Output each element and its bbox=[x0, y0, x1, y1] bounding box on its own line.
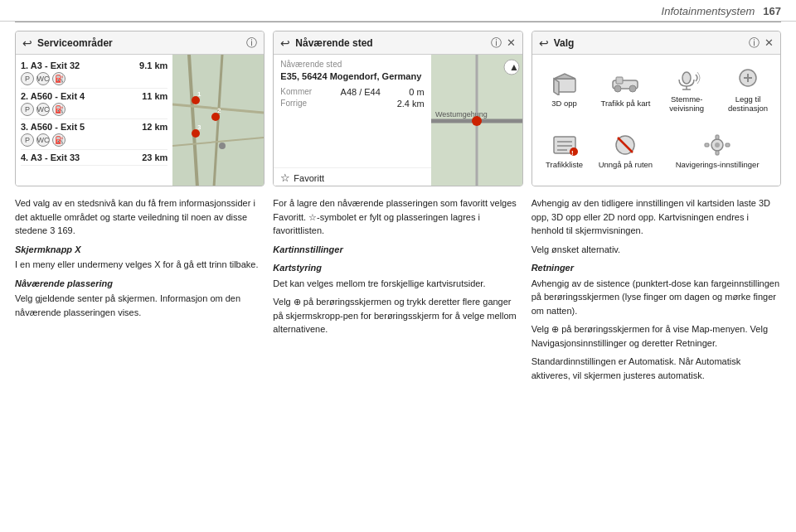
col1-section-title-1: Skjermknapp XI en meny eller undermeny v… bbox=[15, 243, 265, 272]
col1-para1: Ved valg av en stedsnivå kan du få frem … bbox=[15, 196, 265, 238]
valg-label-unnga: Unngå på ruten bbox=[599, 160, 653, 169]
svg-text:2: 2 bbox=[217, 107, 221, 114]
col2-para2: Velg ⊕ på berøringsskjermen og trykk der… bbox=[273, 295, 522, 336]
text-row: Ved valg av en stedsnivå kan du få frem … bbox=[15, 196, 781, 387]
valg-label-trafikkliste: Trafikkliste bbox=[546, 160, 583, 169]
valg-item-nav-innstillinger[interactable]: Navigerings-innstillinger bbox=[674, 130, 761, 172]
service-name: 1. A3 - Exit 32 bbox=[21, 60, 80, 70]
valg-item-unnga[interactable]: Unngå på ruten bbox=[596, 130, 654, 172]
list-item[interactable]: 1. A3 - Exit 32 9.1 km P WC ⛽ bbox=[21, 58, 167, 89]
valg-label-stemme: Stemme-veivisning bbox=[659, 94, 714, 114]
svg-point-20 bbox=[682, 72, 691, 84]
panel3-header-icons: ⓘ ✕ bbox=[749, 36, 774, 51]
valg-label-legg-til: Legg til destinasjon bbox=[721, 94, 775, 114]
panel-valg: ↩ Valg ⓘ ✕ bbox=[531, 31, 781, 186]
nav-back-icon[interactable]: ↩ bbox=[22, 36, 32, 50]
panel2-header-icons: ⓘ ✕ bbox=[491, 36, 516, 51]
service-icon-fuel: ⛽ bbox=[52, 72, 66, 85]
valg-label-nav-innstillinger: Navigerings-innstillinger bbox=[676, 160, 760, 169]
panel2-map: Westumgehung ▲ bbox=[431, 55, 522, 186]
svg-point-4 bbox=[219, 143, 226, 149]
svg-point-10 bbox=[472, 116, 482, 126]
stemme-icon bbox=[672, 68, 701, 91]
col3-para2: Velg ønsket alternativ. bbox=[531, 243, 781, 257]
panel1-header: ↩ Serviceområder ⓘ bbox=[16, 31, 264, 55]
panel3-body: 3D opp Trafikk på kart bbox=[532, 55, 780, 186]
col1-section-title-2: Nåværende plasseringVelg gjeldende sente… bbox=[15, 277, 265, 320]
panel3-title: Valg bbox=[554, 37, 575, 49]
svg-text:!: ! bbox=[571, 149, 574, 157]
panel2-forrige-dist: 2.4 km bbox=[397, 99, 425, 109]
service-dist: 23 km bbox=[142, 152, 167, 162]
main-content: ↩ Serviceområder ⓘ 1. A3 - Exit 32 9.1 k… bbox=[0, 22, 796, 395]
valg-label-3d-opp: 3D opp bbox=[551, 99, 577, 108]
col3-para4: Standardinnstillingen er Automatisk. Når… bbox=[531, 355, 781, 382]
valg-item-trafikk[interactable]: Trafikk på kart bbox=[596, 69, 654, 111]
service-icons: P WC ⛽ bbox=[21, 103, 167, 116]
service-icon-p: P bbox=[21, 72, 34, 85]
col3-para3: Velg ⊕ på berøringsskjermen for å vise M… bbox=[531, 322, 781, 350]
service-dist: 12 km bbox=[142, 122, 167, 132]
panel2-kommer-row: Kommer A48 / E44 0 m bbox=[280, 87, 424, 97]
panel-navarende: ↩ Nåværende sted ⓘ ✕ Nåværende sted E35,… bbox=[273, 31, 522, 186]
list-item[interactable]: 2. A560 - Exit 4 11 km P WC ⛽ bbox=[21, 89, 167, 119]
panel2-title: Nåværende sted bbox=[295, 37, 372, 49]
list-item[interactable]: 3. A560 - Exit 5 12 km P WC ⛽ bbox=[21, 119, 167, 150]
col2-section-title-1: Kartinnstillinger bbox=[273, 243, 522, 257]
panel1-info-icon[interactable]: ⓘ bbox=[246, 36, 257, 51]
panel2-kommer-dist: 0 m bbox=[409, 87, 424, 97]
service-name: 4. A3 - Exit 33 bbox=[21, 152, 80, 162]
panel1-header-left: ↩ Serviceområder bbox=[22, 36, 113, 50]
service-icon-wc: WC bbox=[36, 133, 50, 147]
svg-text:1: 1 bbox=[197, 90, 201, 98]
panel1-map: 1 2 3 bbox=[172, 55, 264, 186]
page-title: Infotainmentsystem bbox=[662, 5, 755, 17]
panel1-header-icons: ⓘ bbox=[246, 36, 257, 51]
panel2-info-icon[interactable]: ⓘ bbox=[491, 36, 502, 51]
valg-item-trafikkliste[interactable]: ! Trafikkliste bbox=[536, 130, 594, 172]
valg-item-3d-opp[interactable]: 3D opp bbox=[536, 69, 594, 111]
trafikk-icon bbox=[611, 72, 639, 95]
panel1-body: 1. A3 - Exit 32 9.1 km P WC ⛽ 2. A560 - … bbox=[16, 55, 264, 186]
panel3-close-icon[interactable]: ✕ bbox=[764, 36, 774, 49]
panel2-forrige-label: Forrige bbox=[280, 99, 307, 109]
panel2-close-icon[interactable]: ✕ bbox=[507, 36, 516, 49]
panel3-info-icon[interactable]: ⓘ bbox=[749, 36, 760, 51]
svg-marker-14 bbox=[554, 74, 575, 79]
nav-back-icon3[interactable]: ↩ bbox=[539, 36, 549, 50]
nav-back-icon2[interactable]: ↩ bbox=[280, 36, 290, 50]
valg-item-stemme[interactable]: Stemme-veivisning bbox=[658, 65, 716, 117]
panel2-body: Nåværende sted E35, 56424 Mogendorf, Ger… bbox=[274, 55, 522, 186]
star-icon: ☆ bbox=[280, 172, 290, 184]
svg-point-17 bbox=[614, 85, 621, 92]
service-icon-p: P bbox=[21, 133, 34, 147]
svg-rect-38 bbox=[705, 143, 709, 147]
unnga-icon bbox=[611, 133, 639, 157]
svg-rect-37 bbox=[716, 151, 719, 155]
svg-text:▲: ▲ bbox=[509, 61, 519, 73]
panel2-forrige-row: Forrige 2.4 km bbox=[280, 99, 424, 109]
col2-para1: For å lagre den nåværende plasseringen s… bbox=[273, 196, 522, 238]
panel2-header-left: ↩ Nåværende sted bbox=[280, 36, 372, 50]
panel2-header: ↩ Nåværende sted ⓘ ✕ bbox=[274, 31, 522, 55]
panel3-header: ↩ Valg ⓘ ✕ bbox=[532, 31, 780, 55]
page-header: Infotainmentsystem 167 bbox=[0, 0, 796, 22]
service-item-header: 1. A3 - Exit 32 9.1 km bbox=[21, 60, 167, 70]
panel2-kommer-label: Kommer bbox=[280, 87, 312, 97]
service-item-header: 2. A560 - Exit 4 11 km bbox=[21, 91, 167, 101]
valg-item-legg-til[interactable]: Legg til destinasjon bbox=[719, 65, 777, 117]
legg-til-icon bbox=[734, 68, 762, 91]
service-dist: 9.1 km bbox=[139, 60, 167, 70]
service-icons: P WC ⛽ bbox=[21, 72, 167, 85]
service-icon-wc: WC bbox=[36, 103, 50, 116]
panel1-list: 1. A3 - Exit 32 9.1 km P WC ⛽ 2. A560 - … bbox=[16, 55, 172, 186]
service-icon-p: P bbox=[21, 103, 34, 116]
service-icon-fuel: ⛽ bbox=[52, 103, 66, 116]
panels-row: ↩ Serviceområder ⓘ 1. A3 - Exit 32 9.1 k… bbox=[15, 31, 781, 186]
list-item[interactable]: 4. A3 - Exit 33 23 km bbox=[21, 150, 167, 166]
svg-rect-19 bbox=[616, 77, 623, 84]
text-col-1: Ved valg av en stedsnivå kan du få frem … bbox=[15, 196, 265, 387]
panel2-favoritt[interactable]: ☆ Favoritt bbox=[274, 167, 430, 186]
3d-opp-icon bbox=[551, 72, 579, 95]
nav-innstillinger-icon bbox=[703, 133, 731, 157]
